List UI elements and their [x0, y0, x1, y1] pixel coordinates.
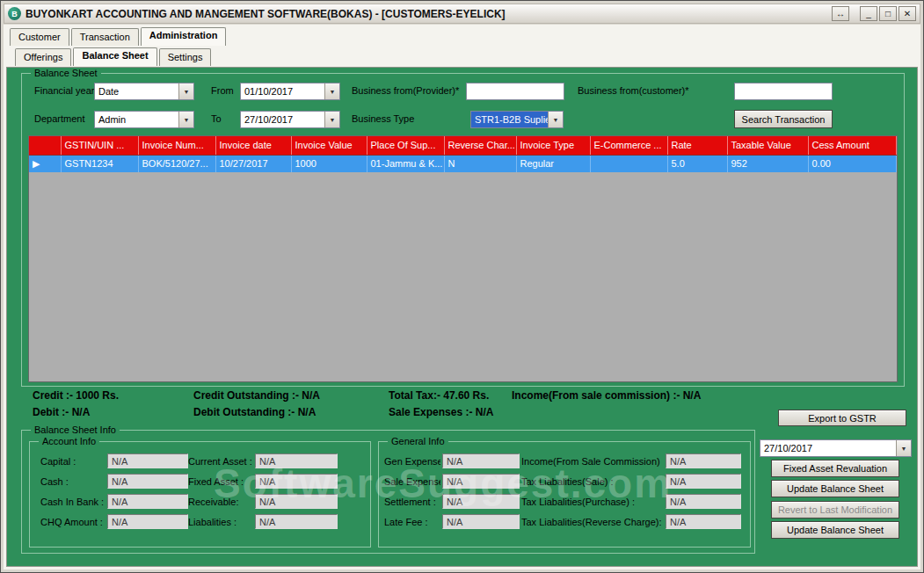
app-icon[interactable]: B: [8, 7, 21, 20]
tax-liabilities-purchase-input[interactable]: [666, 494, 741, 509]
tab-transaction[interactable]: Transaction: [71, 28, 139, 46]
business-from-provider-label: Business from(Provider)*: [352, 85, 459, 96]
to-date-combo[interactable]: 27/10/2017 ▼: [240, 111, 340, 128]
balance-sheet-date-value: 27/10/2017: [760, 440, 896, 456]
resize-button[interactable]: ↔: [832, 6, 849, 21]
tax-liabilities-purchase-label: Tax Liabalities(Purchase) :: [521, 497, 664, 507]
tax-liabilities-sale-label: Tax Liabalities(Sale) :: [521, 476, 664, 487]
chevron-down-icon[interactable]: ▼: [178, 83, 193, 99]
chevron-down-icon[interactable]: ▼: [324, 83, 339, 99]
column-header-cess-amount[interactable]: Cess Amount: [808, 136, 897, 155]
financial-year-value: Date: [95, 83, 178, 99]
from-date-value: 01/10/2017: [241, 83, 324, 99]
department-combo[interactable]: Admin ▼: [94, 111, 194, 128]
cash-input[interactable]: [107, 474, 188, 489]
sale-expenses-input[interactable]: [442, 474, 520, 489]
cell-cess-amount[interactable]: 0.00: [808, 155, 897, 172]
cash-in-bank-input[interactable]: [107, 494, 188, 509]
column-header-place-of-supply[interactable]: Place Of Sup...: [367, 136, 444, 155]
late-fee-input[interactable]: [442, 514, 520, 529]
sale-expenses-total: Sale Expenses :- N/A: [389, 406, 512, 423]
settlement-input[interactable]: [442, 494, 520, 509]
from-date-combo[interactable]: 01/10/2017 ▼: [240, 83, 340, 100]
liabilities-label: Liabalities :: [188, 517, 255, 527]
column-header-reverse-charge[interactable]: Reverse Char...: [444, 136, 516, 155]
search-transaction-button[interactable]: Search Transaction: [734, 110, 833, 128]
debit-outstanding: Debit Outstanding :- N/A: [193, 406, 389, 423]
minimize-button[interactable]: _: [860, 6, 877, 21]
resize-icon: ↔: [836, 9, 845, 18]
table-row[interactable]: ▶ GSTN1234 BOK/5120/27... 10/27/2017 100…: [29, 155, 897, 172]
balance-sheet-date-combo[interactable]: 27/10/2017 ▼: [760, 439, 912, 457]
fixed-asset-input[interactable]: [255, 474, 338, 489]
fixed-asset-revaluation-button[interactable]: Fixed Asset Revaluation: [771, 460, 899, 477]
minimize-icon: _: [866, 9, 871, 18]
account-info-group: Account Info Capital : Current Asset : C…: [29, 441, 371, 548]
column-header-gstin[interactable]: GSTIN/UIN ...: [61, 136, 138, 155]
fixed-asset-label: Fixed Asset :: [188, 476, 255, 487]
business-from-customer-input[interactable]: [734, 83, 833, 100]
credit-total: Credit :- 1000 Rs.: [33, 389, 193, 406]
column-header-e-commerce[interactable]: E-Commerce ...: [590, 136, 667, 155]
business-from-provider-input[interactable]: [466, 83, 564, 100]
income-from-sale-commission-input[interactable]: [666, 453, 741, 468]
column-header-taxable-value[interactable]: Taxable Value: [727, 136, 808, 155]
export-to-gstr-button[interactable]: Export to GSTR: [778, 410, 906, 426]
cell-invoice-value[interactable]: 1000: [291, 155, 367, 172]
debit-total: Debit :- N/A: [33, 406, 193, 423]
sub-tab-strip: Offerings Balance Sheet Settings: [15, 48, 213, 66]
tab-balance-sheet[interactable]: Balance Sheet: [73, 47, 156, 66]
to-label: To: [211, 113, 222, 124]
cell-rate[interactable]: 5.0: [667, 155, 727, 172]
cell-e-commerce[interactable]: [590, 155, 667, 172]
balance-sheet-info-group: Balance Sheet Info Account Info Capital …: [21, 430, 755, 554]
cell-place-of-supply[interactable]: 01-Jammu & K...: [367, 155, 444, 172]
window-controls: _ □ ✕: [860, 6, 916, 21]
column-header-rate[interactable]: Rate: [667, 136, 727, 155]
column-header-invoice-type[interactable]: Invoice Type: [516, 136, 590, 155]
update-balance-sheet-button-2[interactable]: Update Balance Sheet: [771, 521, 899, 539]
row-selector-arrow-icon[interactable]: ▶: [29, 155, 61, 172]
department-value: Admin: [95, 112, 178, 127]
chevron-down-icon[interactable]: ▼: [896, 440, 911, 456]
tax-liabilities-reverse-charge-input[interactable]: [666, 514, 741, 529]
update-balance-sheet-button[interactable]: Update Balance Sheet: [771, 480, 899, 497]
tax-liabilities-sale-input[interactable]: [666, 474, 741, 489]
revert-to-last-modification-button: Revert to Last Modification: [771, 501, 899, 519]
cell-taxable-value[interactable]: 952: [727, 155, 808, 172]
column-header-invoice-date[interactable]: Invoice date: [215, 136, 291, 155]
financial-year-combo[interactable]: Date ▼: [94, 83, 194, 100]
maximize-button[interactable]: □: [879, 6, 897, 21]
titlebar[interactable]: B BUYONKART ACCOUNTING AND MANGEMENT SOF…: [4, 4, 920, 24]
summary-block: Credit :- 1000 Rs. Credit Outstanding :-…: [33, 389, 899, 423]
tab-customer[interactable]: Customer: [10, 28, 69, 46]
column-header-invoice-number[interactable]: Invoice Num...: [138, 136, 215, 155]
cell-invoice-number[interactable]: BOK/5120/27...: [138, 155, 215, 172]
gen-expenses-input[interactable]: [442, 453, 520, 468]
tab-offerings[interactable]: Offerings: [15, 48, 71, 66]
tab-settings[interactable]: Settings: [159, 48, 212, 66]
capital-label: Capital :: [40, 456, 107, 467]
transactions-grid[interactable]: GSTIN/UIN ... Invoice Num... Invoice dat…: [28, 135, 898, 382]
current-asset-label: Current Asset :: [188, 456, 255, 467]
receivable-input[interactable]: [255, 494, 338, 509]
column-header-row-selector[interactable]: [29, 136, 61, 155]
app-window: B BUYONKART ACCOUNTING AND MANGEMENT SOF…: [0, 0, 924, 573]
tax-liabilities-reverse-charge-label: Tax Liabalities(Reverse Charge):: [521, 517, 664, 527]
cash-in-bank-label: Cash In Bank :: [40, 497, 107, 507]
current-asset-input[interactable]: [255, 453, 338, 468]
column-header-invoice-value[interactable]: Invoice Value: [291, 136, 367, 155]
cell-invoice-type[interactable]: Regular: [516, 155, 590, 172]
chevron-down-icon[interactable]: ▼: [178, 112, 193, 127]
cell-reverse-charge[interactable]: N: [444, 155, 516, 172]
chevron-down-icon[interactable]: ▼: [324, 112, 339, 127]
close-button[interactable]: ✕: [899, 6, 916, 21]
chevron-down-icon[interactable]: ▼: [548, 112, 563, 127]
liabilities-input[interactable]: [255, 514, 338, 529]
tab-administration[interactable]: Administration: [141, 27, 227, 46]
cell-invoice-date[interactable]: 10/27/2017: [215, 155, 291, 172]
business-type-combo[interactable]: STR1-B2B Suplies ▼: [470, 111, 564, 128]
chq-amount-input[interactable]: [107, 514, 188, 529]
capital-input[interactable]: [107, 453, 188, 468]
cell-gstin[interactable]: GSTN1234: [61, 155, 138, 172]
